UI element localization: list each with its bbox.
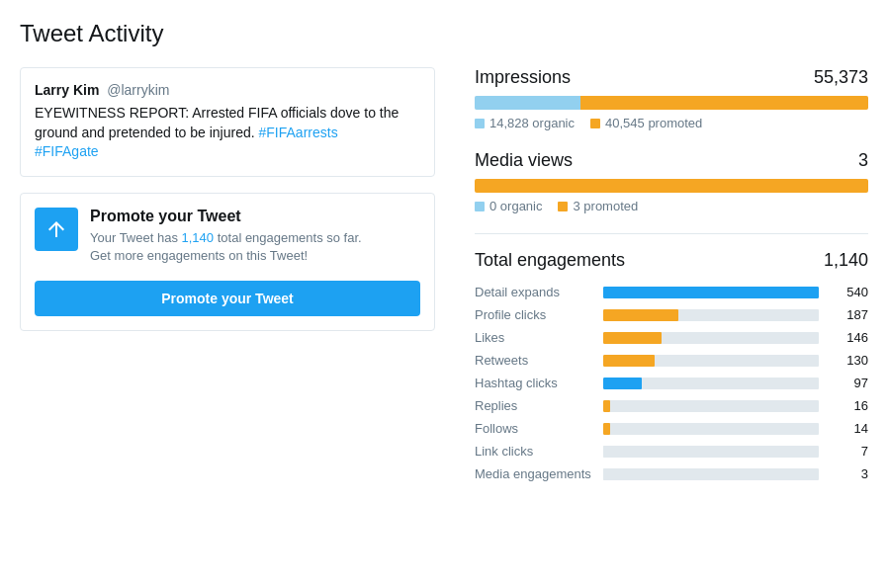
impressions-organic-legend: 14,828 organic (475, 116, 575, 130)
engagement-row: Hashtag clicks 97 (475, 376, 868, 390)
engagement-bar-fill (603, 400, 610, 412)
engagement-bar-fill (603, 332, 662, 344)
engagement-count: 16 (829, 398, 868, 413)
engagement-count: 97 (829, 376, 868, 390)
impressions-promoted-legend: 40,545 promoted (590, 116, 702, 130)
engagement-count: 7 (829, 444, 868, 459)
engagement-name: Link clicks (475, 444, 603, 459)
engagement-count: 14 (829, 421, 868, 436)
engagement-bar-wrap (603, 468, 819, 480)
media-promoted-legend: 3 promoted (558, 199, 638, 213)
media-promoted-label: 3 promoted (573, 199, 638, 213)
media-views-header: Media views 3 (475, 150, 868, 171)
engagement-row: Follows 14 (475, 421, 868, 436)
engagement-bar-wrap (603, 355, 819, 367)
engagement-bar-wrap (603, 332, 819, 344)
media-organic-label: 0 organic (489, 199, 542, 213)
engagement-name: Retweets (475, 353, 603, 368)
promote-title: Promote your Tweet (90, 208, 362, 225)
engagement-rows: Detail expands 540 Profile clicks 187 Li… (475, 285, 868, 481)
impressions-value: 55,373 (814, 67, 868, 88)
engagement-bar-fill (603, 378, 642, 389)
impressions-section: Impressions 55,373 14,828 organic 40,545… (475, 67, 868, 130)
tweet-author-line: Larry Kim @larrykim (35, 82, 420, 98)
engagement-bar-wrap (603, 287, 819, 298)
tweet-text-before: EYEWITNESS REPORT: Arrested FIFA officia… (35, 105, 399, 140)
media-views-bar (475, 179, 868, 193)
media-organic-legend: 0 organic (475, 199, 542, 213)
engagement-count: 540 (829, 285, 868, 299)
total-engagements-label: Total engagements (475, 250, 625, 271)
engagement-count: 130 (829, 353, 868, 368)
promote-text-block: Promote your Tweet Your Tweet has 1,140 … (90, 208, 362, 265)
engagement-bar-wrap (603, 309, 819, 321)
left-column: Larry Kim @larrykim EYEWITNESS REPORT: A… (20, 67, 435, 331)
engagement-bar-fill (603, 423, 610, 435)
engagement-bar-fill (603, 287, 819, 298)
main-layout: Larry Kim @larrykim EYEWITNESS REPORT: A… (20, 67, 868, 489)
tweet-text: EYEWITNESS REPORT: Arrested FIFA officia… (35, 104, 420, 162)
engagement-row: Media engagements 3 (475, 466, 868, 481)
promote-card: Promote your Tweet Your Tweet has 1,140 … (20, 193, 435, 331)
engagement-name: Detail expands (475, 285, 603, 299)
promote-header: Promote your Tweet Your Tweet has 1,140 … (35, 208, 420, 265)
engagement-bar-fill (603, 309, 678, 321)
engagement-name: Hashtag clicks (475, 376, 603, 390)
promote-desc-after: total engagements so far. (218, 230, 362, 245)
page-title: Tweet Activity (20, 20, 868, 47)
engagement-name: Likes (475, 330, 603, 345)
media-views-legend: 0 organic 3 promoted (475, 199, 868, 213)
hashtag2-link[interactable]: #FIFAgate (35, 143, 99, 159)
media-views-value: 3 (858, 150, 868, 171)
engagement-bar-fill (603, 468, 605, 480)
engagement-row: Profile clicks 187 (475, 307, 868, 322)
impressions-legend: 14,828 organic 40,545 promoted (475, 116, 868, 130)
engagement-bar-wrap (603, 400, 819, 412)
organic-dot (475, 119, 485, 128)
media-views-bar-promoted (475, 179, 868, 193)
engagement-bar-fill (603, 446, 605, 458)
impressions-promoted-label: 40,545 promoted (605, 116, 702, 130)
impressions-organic-label: 14,828 organic (489, 116, 575, 130)
hashtag1-link[interactable]: #FIFAarrests (259, 125, 338, 140)
engagement-bar-wrap (603, 378, 819, 389)
divider (475, 233, 868, 234)
promote-engagements-link[interactable]: 1,140 (182, 230, 215, 245)
media-views-label: Media views (475, 150, 573, 171)
arrow-up-icon (44, 217, 68, 241)
engagement-row: Likes 146 (475, 330, 868, 345)
right-column: Impressions 55,373 14,828 organic 40,545… (475, 67, 868, 489)
impressions-bar-organic (475, 96, 580, 110)
engagement-row: Link clicks 7 (475, 444, 868, 459)
engagement-name: Media engagements (475, 466, 603, 481)
engagement-row: Retweets 130 (475, 353, 868, 368)
media-promoted-dot (558, 202, 568, 211)
promote-icon (35, 208, 78, 251)
impressions-bar (475, 96, 868, 110)
engagement-count: 187 (829, 307, 868, 322)
engagement-count: 146 (829, 330, 868, 345)
engagement-bar-wrap (603, 446, 819, 458)
impressions-bar-promoted (580, 96, 868, 110)
impressions-label: Impressions (475, 67, 571, 88)
promote-description: Your Tweet has 1,140 total engagements s… (90, 229, 362, 265)
promote-cta-text: Get more engagements on this Tweet! (90, 248, 308, 263)
promote-button[interactable]: Promote your Tweet (35, 281, 420, 316)
media-views-section: Media views 3 0 organic 3 promoted (475, 150, 868, 213)
total-engagements-value: 1,140 (824, 250, 868, 271)
tweet-author: Larry Kim (35, 82, 99, 98)
promoted-dot (590, 119, 600, 128)
promote-desc-before: Your Tweet has (90, 230, 178, 245)
tweet-card: Larry Kim @larrykim EYEWITNESS REPORT: A… (20, 67, 435, 177)
engagement-row: Replies 16 (475, 398, 868, 413)
media-organic-dot (475, 202, 485, 211)
engagement-name: Replies (475, 398, 603, 413)
engagement-bar-wrap (603, 423, 819, 435)
engagement-count: 3 (829, 466, 868, 481)
engagement-name: Follows (475, 421, 603, 436)
engagement-bar-fill (603, 355, 655, 367)
tweet-handle: @larrykim (107, 82, 169, 98)
total-engagements-header: Total engagements 1,140 (475, 250, 868, 271)
impressions-header: Impressions 55,373 (475, 67, 868, 88)
engagement-row: Detail expands 540 (475, 285, 868, 299)
